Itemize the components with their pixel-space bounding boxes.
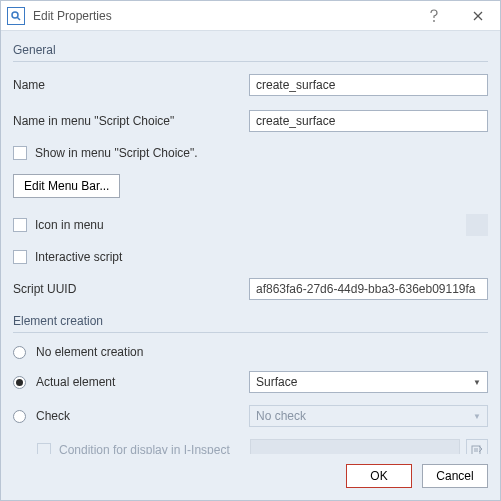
- cancel-button[interactable]: Cancel: [422, 464, 488, 488]
- check-select: No check ▼: [249, 405, 488, 427]
- script-uuid-input[interactable]: [249, 278, 488, 300]
- ok-button[interactable]: OK: [346, 464, 412, 488]
- window-title: Edit Properties: [33, 9, 412, 23]
- interactive-script-checkbox[interactable]: [13, 250, 27, 264]
- actual-element-value: Surface: [256, 375, 297, 389]
- svg-point-2: [433, 20, 435, 22]
- script-uuid-label: Script UUID: [13, 282, 249, 296]
- show-in-menu-checkbox[interactable]: [13, 146, 27, 160]
- dialog-content: General Name Name in menu "Script Choice…: [1, 31, 500, 454]
- condition-input: [250, 439, 460, 454]
- svg-line-1: [17, 17, 20, 20]
- icon-in-menu-label: Icon in menu: [35, 218, 466, 232]
- menu-name-label: Name in menu "Script Choice": [13, 114, 249, 128]
- icon-in-menu-checkbox[interactable]: [13, 218, 27, 232]
- condition-label: Condition for display in I-Inspect: [59, 443, 230, 454]
- menu-name-input[interactable]: [249, 110, 488, 132]
- icon-preview[interactable]: [466, 214, 488, 236]
- app-icon: [7, 7, 25, 25]
- edit-menu-bar-button[interactable]: Edit Menu Bar...: [13, 174, 120, 198]
- condition-checkbox: [37, 443, 51, 454]
- no-element-label: No element creation: [36, 345, 143, 359]
- no-element-radio[interactable]: [13, 346, 26, 359]
- actual-element-radio[interactable]: [13, 376, 26, 389]
- name-input[interactable]: [249, 74, 488, 96]
- dialog-window: Edit Properties General Name Name in men…: [0, 0, 501, 501]
- show-in-menu-label: Show in menu "Script Choice".: [35, 146, 198, 160]
- help-button[interactable]: [412, 1, 456, 31]
- dialog-footer: OK Cancel: [1, 454, 500, 500]
- name-label: Name: [13, 78, 249, 92]
- svg-point-0: [12, 12, 18, 18]
- titlebar: Edit Properties: [1, 1, 500, 31]
- check-radio[interactable]: [13, 410, 26, 423]
- section-general: General: [13, 39, 488, 62]
- edit-icon: [471, 444, 483, 454]
- interactive-script-label: Interactive script: [35, 250, 122, 264]
- condition-edit-button: [466, 439, 488, 454]
- actual-element-label: Actual element: [36, 375, 249, 389]
- actual-element-select[interactable]: Surface ▼: [249, 371, 488, 393]
- check-value: No check: [256, 409, 306, 423]
- check-label: Check: [36, 409, 249, 423]
- chevron-down-icon: ▼: [473, 378, 481, 387]
- section-element-creation: Element creation: [13, 310, 488, 333]
- close-button[interactable]: [456, 1, 500, 31]
- chevron-down-icon: ▼: [473, 412, 481, 421]
- svg-rect-5: [472, 446, 480, 454]
